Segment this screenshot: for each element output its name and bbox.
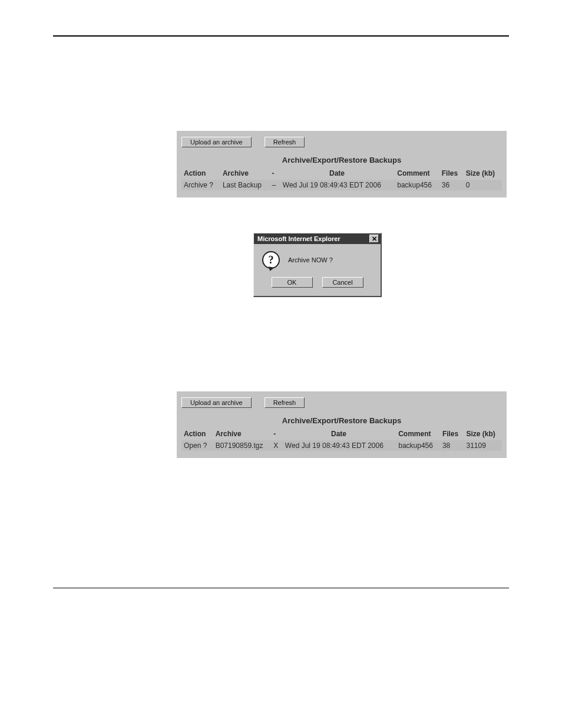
cell-date: Wed Jul 19 08:49:43 EDT 2006 (283, 440, 396, 451)
cell-action[interactable]: Archive ? (181, 180, 220, 190)
col-archive: Archive (220, 168, 270, 180)
col-comment: Comment (396, 429, 440, 440)
col-dash: - (269, 168, 280, 180)
confirm-dialog: Microsoft Internet Explorer ✕ ? Archive … (253, 233, 382, 297)
cell-archive: B07190859.tgz (213, 440, 272, 451)
col-dash: - (271, 429, 283, 440)
col-action: Action (181, 429, 213, 440)
cell-comment: backup456 (396, 440, 440, 451)
panel-title: Archive/Export/Restore Backups (181, 153, 502, 168)
cell-files: 38 (440, 440, 464, 451)
cell-dash: – (269, 180, 280, 190)
cell-action[interactable]: Open ? (181, 440, 213, 451)
col-date: Date (283, 429, 396, 440)
col-comment: Comment (395, 168, 439, 180)
refresh-button[interactable]: Refresh (265, 397, 305, 408)
dialog-message: Archive NOW ? (288, 256, 333, 263)
col-size: Size (kb) (464, 429, 502, 440)
col-action: Action (181, 168, 220, 180)
col-files: Files (439, 168, 464, 180)
cell-dash[interactable]: X (271, 440, 283, 451)
upload-archive-button[interactable]: Upload an archive (181, 397, 252, 408)
dialog-title: Microsoft Internet Explorer (257, 235, 340, 242)
cell-size: 0 (464, 180, 502, 190)
close-icon[interactable]: ✕ (369, 235, 379, 243)
cell-files: 36 (439, 180, 464, 190)
col-archive: Archive (213, 429, 272, 440)
bottom-rule (53, 588, 509, 588)
col-date: Date (280, 168, 395, 180)
cancel-button[interactable]: Cancel (322, 277, 363, 288)
dialog-titlebar: Microsoft Internet Explorer ✕ (254, 233, 381, 244)
cell-date: Wed Jul 19 08:49:43 EDT 2006 (280, 180, 395, 190)
cell-size: 31109 (464, 440, 502, 451)
backup-panel-2: Upload an archive Refresh Archive/Export… (177, 391, 507, 458)
cell-archive: Last Backup (220, 180, 270, 190)
ok-button[interactable]: OK (272, 277, 313, 288)
upload-archive-button[interactable]: Upload an archive (181, 137, 252, 147)
col-files: Files (440, 429, 464, 440)
panel-title: Archive/Export/Restore Backups (181, 414, 502, 429)
backup-table: Action Archive - Date Comment Files Size… (181, 429, 502, 451)
table-row: Archive ? Last Backup – Wed Jul 19 08:49… (181, 180, 502, 190)
backup-table: Action Archive - Date Comment Files Size… (181, 168, 502, 190)
col-size: Size (kb) (464, 168, 502, 180)
table-row: Open ? B07190859.tgz X Wed Jul 19 08:49:… (181, 440, 502, 451)
backup-panel-1: Upload an archive Refresh Archive/Export… (177, 131, 507, 197)
refresh-button[interactable]: Refresh (265, 137, 305, 147)
cell-comment: backup456 (395, 180, 439, 190)
question-icon: ? (262, 251, 280, 269)
